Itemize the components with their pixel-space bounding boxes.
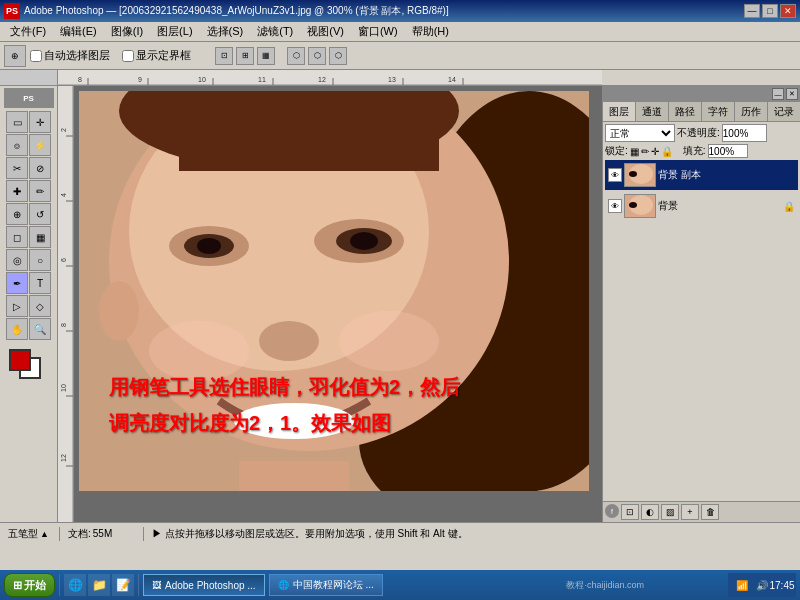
canvas-area[interactable]: 用钢笔工具选住眼睛，羽化值为2，然后 调亮度对比度为2，1。效果如图	[74, 86, 602, 522]
tool-crop[interactable]: ✂	[6, 157, 28, 179]
input-expand-icon[interactable]: ▲	[40, 529, 49, 539]
tool-lasso[interactable]: ⌾	[6, 134, 28, 156]
menu-window[interactable]: 窗口(W)	[352, 22, 404, 41]
tool-gradient[interactable]: ▦	[29, 226, 51, 248]
ruler-horizontal: 8 9 10 11 12 13 14	[58, 70, 602, 86]
layer-adjustment-btn[interactable]: ◐	[641, 504, 659, 520]
tool-hand[interactable]: ✋	[6, 318, 28, 340]
panel-minimize[interactable]: —	[772, 88, 784, 100]
system-tray: 📶 🔊 17:45	[728, 573, 796, 597]
quicklaunch-2[interactable]: 📁	[88, 574, 110, 596]
layer-eye-2[interactable]: 👁	[608, 199, 622, 213]
window-title: Adobe Photoshop — [200632921562490438_Ar…	[24, 4, 449, 18]
tool-slice[interactable]: ⊘	[29, 157, 51, 179]
taskbar: ⊞ 开始 🌐 📁 📝 🖼 Adobe Photoshop ... 🌐 中国教程网…	[0, 570, 800, 600]
delete-layer-btn[interactable]: 🗑	[701, 504, 719, 520]
panel-close[interactable]: ✕	[786, 88, 798, 100]
svg-point-41	[259, 321, 319, 361]
layer-fx-btn[interactable]: f	[605, 504, 619, 518]
tab-actions[interactable]: 记录	[768, 102, 800, 121]
auto-select-checkbox[interactable]	[30, 50, 42, 62]
layer-item-background[interactable]: 👁 背景 🔒	[605, 191, 798, 221]
tool-text[interactable]: T	[29, 272, 51, 294]
close-button[interactable]: ✕	[780, 4, 796, 18]
photo-canvas: 用钢笔工具选住眼睛，羽化值为2，然后 调亮度对比度为2，1。效果如图	[79, 91, 589, 491]
tool-marquee[interactable]: ▭	[6, 111, 28, 133]
svg-point-37	[197, 238, 221, 254]
quicklaunch-1[interactable]: 🌐	[64, 574, 86, 596]
svg-text:8: 8	[60, 323, 67, 327]
tool-move[interactable]: ✛	[29, 111, 51, 133]
align-btn-2[interactable]: ⬡	[308, 47, 326, 65]
tab-char[interactable]: 字符	[702, 102, 735, 121]
layer-group-btn[interactable]: ▨	[661, 504, 679, 520]
auto-select-label[interactable]: 自动选择图层	[30, 48, 110, 63]
opacity-input[interactable]	[722, 124, 767, 142]
tray-volume[interactable]: 🔊	[754, 577, 770, 593]
layer-mask-btn[interactable]: ⊡	[621, 504, 639, 520]
transform-btn-3[interactable]: ▦	[257, 47, 275, 65]
tray-clock: 17:45	[774, 577, 790, 593]
lock-transparent[interactable]: ▦	[630, 146, 639, 157]
show-bounds-label[interactable]: 显示定界框	[122, 48, 191, 63]
tab-history[interactable]: 历作	[735, 102, 768, 121]
quicklaunch-3[interactable]: 📝	[112, 574, 134, 596]
menu-image[interactable]: 图像(I)	[105, 22, 149, 41]
tool-brush[interactable]: ✏	[29, 180, 51, 202]
svg-text:10: 10	[60, 384, 67, 392]
align-btn-1[interactable]: ⬡	[287, 47, 305, 65]
menu-file[interactable]: 文件(F)	[4, 22, 52, 41]
foreground-color-swatch[interactable]	[9, 349, 31, 371]
start-button[interactable]: ⊞ 开始	[4, 573, 55, 597]
app-icon: PS	[4, 3, 20, 19]
tab-channels[interactable]: 通道	[636, 102, 669, 121]
tool-eraser[interactable]: ◻	[6, 226, 28, 248]
hint-text: ▶ 点按并拖移以移动图层或选区。要用附加选项，使用 Shift 和 Alt 键。	[152, 527, 468, 541]
svg-text:8: 8	[78, 76, 82, 83]
tool-blur[interactable]: ◎	[6, 249, 28, 271]
align-btn-3[interactable]: ⬡	[329, 47, 347, 65]
menu-view[interactable]: 视图(V)	[301, 22, 350, 41]
show-bounds-checkbox[interactable]	[122, 50, 134, 62]
tool-clone[interactable]: ⊕	[6, 203, 28, 225]
blend-mode-select[interactable]: 正常 溶解 变暗	[605, 124, 675, 142]
layers-panel-content: 正常 溶解 变暗 不透明度: 锁定: ▦ ✏ ✛ 🔒 填充: 👁	[603, 122, 800, 501]
menu-filter[interactable]: 滤镜(T)	[251, 22, 299, 41]
transform-btn-1[interactable]: ⊡	[215, 47, 233, 65]
menu-help[interactable]: 帮助(H)	[406, 22, 455, 41]
tool-shape[interactable]: ◇	[29, 295, 51, 317]
minimize-button[interactable]: —	[744, 4, 760, 18]
new-layer-btn[interactable]: +	[681, 504, 699, 520]
tool-zoom[interactable]: 🔍	[29, 318, 51, 340]
move-tool-options[interactable]: ⊕	[4, 45, 26, 67]
transform-btn-2[interactable]: ⊞	[236, 47, 254, 65]
fill-label: 填充:	[683, 144, 706, 158]
tool-heal[interactable]: ✚	[6, 180, 28, 202]
svg-text:10: 10	[198, 76, 206, 83]
tray-network[interactable]: 📶	[734, 577, 750, 593]
tab-layers[interactable]: 图层	[603, 102, 636, 121]
svg-text:11: 11	[258, 76, 266, 83]
svg-point-52	[629, 202, 637, 208]
menu-edit[interactable]: 编辑(E)	[54, 22, 103, 41]
lock-move[interactable]: ✛	[651, 146, 659, 157]
right-panel: — ✕ 图层 通道 路径 字符 历作 记录 正常 溶解 变暗 不透明度:	[602, 86, 800, 522]
tool-path-select[interactable]: ▷	[6, 295, 28, 317]
fill-input[interactable]	[708, 144, 748, 158]
lock-all[interactable]: 🔒	[661, 146, 673, 157]
tool-dodge[interactable]: ○	[29, 249, 51, 271]
layer-item-copy[interactable]: 👁 背景 副本	[605, 160, 798, 190]
tool-history-brush[interactable]: ↺	[29, 203, 51, 225]
tab-paths[interactable]: 路径	[669, 102, 702, 121]
layer-eye-1[interactable]: 👁	[608, 168, 622, 182]
taskbar-browser[interactable]: 🌐 中国教程网论坛 ...	[269, 574, 383, 596]
menu-layer[interactable]: 图层(L)	[151, 22, 198, 41]
panel-bottom: f ⊡ ◐ ▨ + 🗑	[603, 501, 800, 522]
menu-select[interactable]: 选择(S)	[201, 22, 250, 41]
lock-paint[interactable]: ✏	[641, 146, 649, 157]
tool-pen[interactable]: ✒	[6, 272, 28, 294]
taskbar-photoshop[interactable]: 🖼 Adobe Photoshop ...	[143, 574, 265, 596]
maximize-button[interactable]: □	[762, 4, 778, 18]
menu-bar: 文件(F) 编辑(E) 图像(I) 图层(L) 选择(S) 滤镜(T) 视图(V…	[0, 22, 800, 42]
tool-magic-wand[interactable]: ⚡	[29, 134, 51, 156]
